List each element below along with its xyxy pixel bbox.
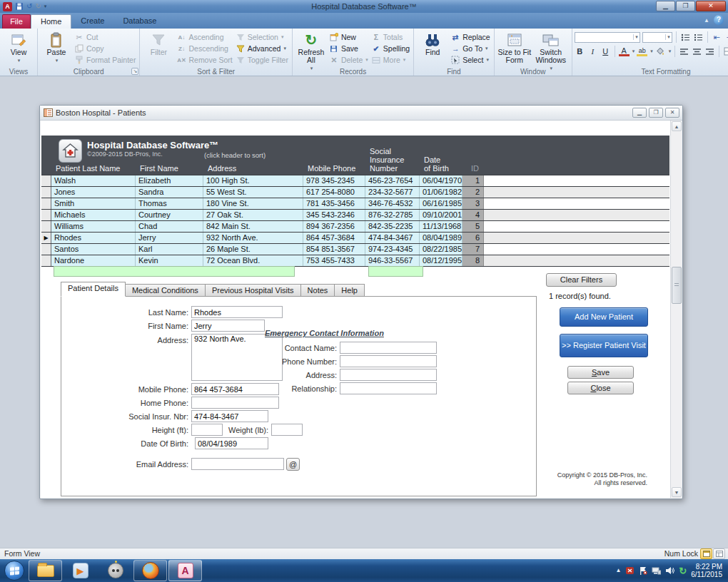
- descending-button[interactable]: Z↓Descending: [175, 44, 233, 53]
- table-cell[interactable]: 7: [462, 244, 484, 255]
- decrease-indent-icon[interactable]: ⇤: [712, 32, 722, 43]
- collapse-ribbon-icon[interactable]: ▲: [704, 17, 709, 24]
- contact-name-field[interactable]: [340, 342, 437, 354]
- qat-redo-icon[interactable]: ↻: [35, 2, 41, 11]
- increase-indent-icon[interactable]: ⇥: [724, 32, 728, 43]
- tab-create[interactable]: Create: [71, 14, 113, 29]
- selection-button[interactable]: Selection▾: [234, 32, 290, 42]
- height-field[interactable]: [191, 424, 223, 436]
- record-selector[interactable]: ▶: [41, 233, 51, 243]
- spelling-button[interactable]: ✔Spelling: [370, 44, 411, 53]
- minimize-button[interactable]: ▁: [656, 1, 675, 11]
- layout-view-button[interactable]: [713, 548, 725, 559]
- table-row[interactable]: SantosKarl26 Maple St.854 851-3567974-23…: [41, 244, 669, 255]
- taskbar-media-player-button[interactable]: ▶: [64, 560, 97, 581]
- column-header-id[interactable]: ID: [464, 164, 485, 173]
- refresh-all-button[interactable]: ↻ Refresh All▾: [295, 30, 328, 72]
- child-minimize-button[interactable]: ▁: [632, 108, 647, 118]
- table-cell[interactable]: 26 Maple St.: [203, 244, 303, 255]
- clear-filters-button[interactable]: Clear Filters: [546, 273, 617, 287]
- table-cell[interactable]: Elizabeth: [136, 175, 203, 186]
- table-cell[interactable]: Sandra: [136, 187, 203, 198]
- record-selector[interactable]: [41, 221, 51, 232]
- contact-phone-field[interactable]: [340, 355, 437, 367]
- table-row[interactable]: JonesSandra55 West St.617 254-8080234-32…: [41, 187, 669, 198]
- delete-record-button[interactable]: ✕Delete▾: [328, 55, 370, 65]
- help-icon[interactable]: ?: [714, 15, 724, 25]
- font-name-combo[interactable]: ▾: [575, 32, 640, 43]
- contact-relationship-field[interactable]: [340, 382, 437, 394]
- table-cell[interactable]: 876-32-2785: [365, 210, 420, 220]
- add-new-patient-button[interactable]: Add New Patient: [560, 307, 648, 327]
- table-row[interactable]: ▶RhodesJerry932 North Ave.864 457-368447…: [41, 233, 669, 244]
- table-cell[interactable]: 346-76-4532: [365, 198, 420, 209]
- table-cell[interactable]: 8: [462, 255, 484, 266]
- tab-database[interactable]: Database: [113, 14, 166, 29]
- table-row[interactable]: NardoneKevin72 Ocean Blvd.753 455-743394…: [41, 255, 669, 267]
- table-cell[interactable]: Williams: [51, 221, 136, 232]
- table-cell[interactable]: Chad: [136, 221, 203, 232]
- italic-button[interactable]: I: [587, 46, 598, 57]
- format-painter-button[interactable]: Format Painter: [73, 55, 137, 65]
- bullets-icon[interactable]: [680, 32, 691, 43]
- table-cell[interactable]: 3: [462, 198, 484, 209]
- table-row[interactable]: WalshElizabeth100 High St.978 345-234545…: [41, 175, 669, 187]
- record-selector[interactable]: [41, 244, 51, 255]
- new-record-button[interactable]: New: [328, 32, 370, 42]
- table-cell[interactable]: Kevin: [136, 255, 203, 266]
- table-cell[interactable]: 08/12/1995: [420, 255, 462, 266]
- maximize-button[interactable]: ❐: [676, 1, 695, 11]
- patients-window-titlebar[interactable]: Boston Hospital - Patients ▁ ❐ ✕: [40, 106, 682, 121]
- tab-file[interactable]: File: [2, 14, 31, 29]
- table-cell[interactable]: 1: [462, 175, 484, 186]
- table-cell[interactable]: 617 254-8080: [303, 187, 365, 198]
- taskbar-firefox-button[interactable]: [133, 560, 167, 581]
- align-center-icon[interactable]: [692, 46, 702, 57]
- totals-button[interactable]: ΣTotals: [370, 32, 411, 42]
- align-right-icon[interactable]: [704, 46, 715, 57]
- start-button[interactable]: [1, 560, 27, 581]
- table-cell[interactable]: Michaels: [51, 210, 136, 220]
- table-cell[interactable]: Nardone: [51, 255, 136, 266]
- font-size-combo[interactable]: ▾: [642, 32, 672, 43]
- tab-home[interactable]: Home: [31, 14, 71, 29]
- remove-sort-button[interactable]: A✕Remove Sort: [175, 55, 233, 65]
- underline-button[interactable]: U: [600, 46, 611, 57]
- more-button[interactable]: More▾: [370, 55, 411, 65]
- qat-save-icon[interactable]: [15, 2, 24, 11]
- child-close-button[interactable]: ✕: [665, 108, 679, 118]
- record-selector[interactable]: [41, 210, 51, 220]
- record-selector[interactable]: [41, 187, 51, 198]
- highlight-button[interactable]: ab: [637, 47, 647, 56]
- table-row[interactable]: MichaelsCourtney27 Oak St.345 543-234687…: [41, 210, 669, 221]
- register-patient-visit-button[interactable]: >> Register Patient Visit: [560, 334, 648, 357]
- table-cell[interactable]: 946-33-5567: [365, 255, 420, 266]
- table-cell[interactable]: 5: [462, 221, 484, 232]
- font-color-button[interactable]: A: [619, 47, 630, 56]
- contact-address-field[interactable]: [340, 369, 437, 381]
- email-field[interactable]: [191, 458, 284, 470]
- fill-color-button[interactable]: [655, 46, 666, 57]
- scroll-up-icon[interactable]: ▲: [672, 121, 682, 131]
- select-button[interactable]: Select▾: [449, 55, 492, 65]
- tray-action-center-icon[interactable]: [639, 566, 647, 575]
- taskbar-explorer-button[interactable]: [29, 560, 62, 581]
- tab-notes[interactable]: Notes: [301, 284, 335, 297]
- table-cell[interactable]: 864 457-3684: [303, 233, 365, 243]
- tray-network-icon[interactable]: [652, 566, 661, 575]
- ssn-field[interactable]: [191, 410, 268, 422]
- child-restore-button[interactable]: ❐: [649, 108, 663, 118]
- show-hidden-icons[interactable]: ▲: [615, 566, 621, 575]
- column-header-last-name[interactable]: Patient Last Name: [53, 164, 137, 173]
- table-cell[interactable]: 842-35-2235: [365, 221, 420, 232]
- table-cell[interactable]: 974-23-4345: [365, 244, 420, 255]
- close-button[interactable]: ✕: [696, 1, 726, 11]
- table-cell[interactable]: Thomas: [136, 198, 203, 209]
- table-cell[interactable]: 08/04/1989: [420, 233, 462, 243]
- find-button[interactable]: Find: [416, 30, 449, 56]
- first-name-field[interactable]: [191, 320, 265, 332]
- numbering-icon[interactable]: [693, 32, 704, 43]
- taskbar-clock[interactable]: 8:22 PM 6/11/2015: [691, 563, 725, 578]
- table-cell[interactable]: 753 455-7433: [303, 255, 365, 266]
- last-name-field[interactable]: [191, 306, 283, 318]
